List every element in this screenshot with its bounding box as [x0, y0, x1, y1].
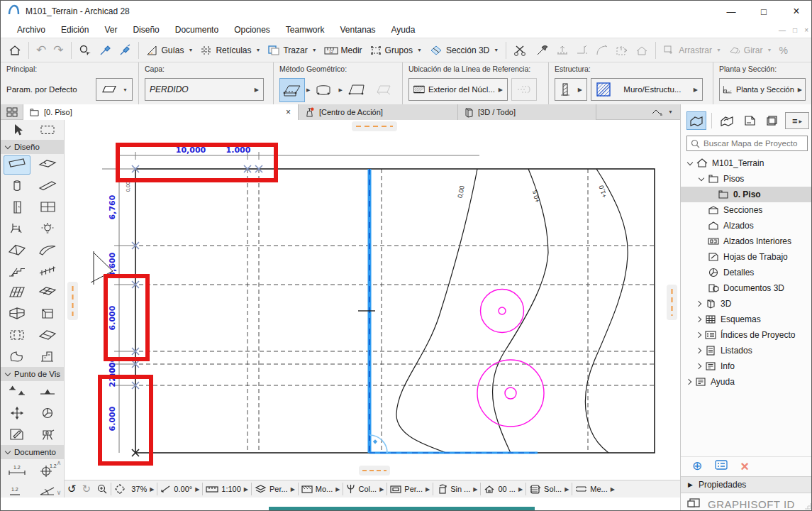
- floor-plan-canvas[interactable]: 0,00 +0,5 +1,0 1: [65, 120, 680, 480]
- tree-item-listados[interactable]: Listados: [681, 343, 812, 358]
- layer-combination-button[interactable]: Sol...▶: [526, 480, 572, 498]
- undo-button[interactable]: ↶: [33, 40, 50, 60]
- tool-wall[interactable]: [4, 155, 30, 175]
- tool-marquee[interactable]: [34, 121, 61, 140]
- drawing-area[interactable]: 0,00 +0,5 +1,0 1: [65, 120, 680, 480]
- tree-item-secciones[interactable]: Secciones: [681, 202, 812, 218]
- fillet-icon[interactable]: [592, 40, 612, 60]
- delete-button[interactable]: ×: [740, 461, 749, 471]
- story-button[interactable]: 00 ...▶: [481, 480, 525, 498]
- home-story-icon[interactable]: [632, 40, 652, 60]
- toolbox-section-diseno[interactable]: Diseño: [1, 140, 64, 154]
- organizer-icon[interactable]: [686, 498, 701, 511]
- home-button[interactable]: [5, 40, 25, 60]
- guides-button[interactable]: Guías▼: [143, 40, 197, 60]
- tool-ramp[interactable]: [34, 326, 61, 345]
- geometry-flyout-caret[interactable]: ▶: [306, 87, 310, 93]
- tool-window[interactable]: [34, 198, 61, 217]
- pen-set-button[interactable]: Col...▶: [343, 480, 386, 498]
- add-viewpoint-button[interactable]: ⊕: [692, 458, 702, 473]
- tree-item-documentos-3d[interactable]: Documentos 3D: [681, 280, 812, 296]
- tree-item-hojas-de-trabajo[interactable]: Hojas de Trabajo: [681, 249, 812, 265]
- tab-0-piso[interactable]: [0. Piso] ×: [23, 104, 299, 120]
- trace-splitter-right[interactable]: [667, 285, 677, 320]
- tool-shell[interactable]: [34, 241, 61, 260]
- drag-button[interactable]: Arrastrar▼: [660, 40, 725, 60]
- renovation-button[interactable]: Sin ...▶: [433, 480, 480, 498]
- scroll-down-icon[interactable]: ∨: [57, 489, 62, 496]
- graphisoft-id-bar[interactable]: GRAPHISOFT ID: [681, 496, 812, 511]
- groups-button[interactable]: Grupos▼: [366, 40, 426, 60]
- tool-slab[interactable]: [34, 155, 61, 175]
- tool-curtain-wall[interactable]: [4, 283, 30, 302]
- tree-item-ayuda[interactable]: Ayuda: [681, 374, 812, 390]
- geometry-flyout-caret2[interactable]: ▶: [338, 87, 342, 93]
- pick-up-parameters-icon[interactable]: [95, 40, 115, 60]
- tool-elevation[interactable]: [34, 383, 61, 402]
- dim-left-6000b[interactable]: 6.000: [108, 406, 117, 431]
- adjust-icon[interactable]: [552, 40, 572, 60]
- geometry-curved-wall-button[interactable]: [311, 78, 337, 102]
- scale-button[interactable]: 1:100▶: [203, 480, 251, 498]
- tool-morph[interactable]: [4, 347, 30, 366]
- fit-in-window-button[interactable]: [111, 480, 128, 498]
- chevron-right-icon[interactable]: [696, 348, 701, 353]
- mdi-restore-icon[interactable]: □: [793, 26, 797, 34]
- tool-zone[interactable]: [34, 347, 61, 366]
- tab-centro-de-accion[interactable]: [Centro de Acción]: [299, 104, 458, 120]
- tool-lamp[interactable]: [34, 219, 61, 238]
- floor-plan-display-button[interactable]: Planta y Sección ▶: [719, 78, 806, 101]
- navigator-search[interactable]: [686, 136, 808, 151]
- zoom-level-button[interactable]: 37%▶: [128, 480, 157, 498]
- tree-item-pisos[interactable]: Pisos: [681, 171, 812, 187]
- dim-left-2000[interactable]: 2.000: [108, 362, 117, 387]
- composite-button[interactable]: Muro/Estructu... ▶: [591, 78, 703, 101]
- dim-left-6000a[interactable]: 6.000: [108, 305, 117, 330]
- chevron-down-icon[interactable]: [699, 175, 704, 180]
- inject-parameters-icon[interactable]: [115, 40, 135, 60]
- menu-ayuda[interactable]: Ayuda: [384, 25, 423, 35]
- scroll-up-icon[interactable]: ∧: [57, 459, 62, 466]
- toolbox-section-documento[interactable]: Documento: [1, 445, 64, 459]
- resize-grip[interactable]: [803, 502, 812, 510]
- mdi-minimize-icon[interactable]: —: [779, 26, 786, 34]
- tool-camera[interactable]: [34, 425, 61, 444]
- tool-beam[interactable]: [34, 177, 61, 196]
- layout-book-button[interactable]: [740, 111, 760, 130]
- menu-diseno[interactable]: Diseño: [125, 25, 167, 35]
- partial-structure-button[interactable]: Per...▶: [387, 480, 433, 498]
- model-view-button[interactable]: Mo...▶: [299, 480, 343, 498]
- tool-worksheet[interactable]: [4, 425, 30, 444]
- menu-teamwork[interactable]: Teamwork: [278, 25, 333, 35]
- project-map-button[interactable]: [686, 111, 706, 130]
- tree-item-alzados[interactable]: Alzados: [681, 218, 812, 233]
- zoom-in-button[interactable]: [94, 480, 111, 498]
- tab-close-icon[interactable]: ×: [284, 107, 292, 117]
- tree-item-info[interactable]: Info: [681, 358, 812, 374]
- trace-splitter-left[interactable]: [67, 282, 78, 320]
- tool-interior-elevation[interactable]: [4, 404, 30, 423]
- structure-type-button[interactable]: ▶: [555, 78, 587, 101]
- intersect-icon[interactable]: [572, 40, 592, 60]
- trace-button[interactable]: Trazar▼: [264, 40, 320, 60]
- tool-column[interactable]: [4, 177, 30, 196]
- section-3d-button[interactable]: Sección 3D▼: [426, 40, 502, 60]
- toolbox-section-punto-de-vista[interactable]: Punto de Vis: [1, 367, 64, 381]
- minimize-button[interactable]: —: [715, 1, 747, 22]
- menu-archivo[interactable]: Archivo: [9, 25, 53, 35]
- resize-icon[interactable]: [612, 40, 632, 60]
- trace-splitter-top[interactable]: [352, 121, 397, 131]
- tree-item-3d[interactable]: 3D: [681, 296, 812, 312]
- tab-3d-todo[interactable]: [3D / Todo]: [458, 104, 596, 120]
- next-view-button[interactable]: ↻: [79, 480, 94, 498]
- tool-radial-dimension[interactable]: 1.2: [4, 481, 30, 498]
- tree-item-esquemas[interactable]: Esquemas: [681, 312, 812, 327]
- trim-scissors-icon[interactable]: [510, 40, 531, 60]
- close-button[interactable]: ×: [780, 1, 812, 22]
- tree-item-detalles[interactable]: Detalles: [681, 265, 812, 280]
- layer-button[interactable]: PERDIDO ▶: [145, 78, 264, 101]
- tab-list-dropdown[interactable]: ▼: [644, 104, 680, 119]
- redo-button[interactable]: ↷: [50, 40, 67, 60]
- tree-item-0-piso[interactable]: 0. Piso: [681, 187, 812, 202]
- tool-dimension[interactable]: 1.2: [4, 461, 30, 480]
